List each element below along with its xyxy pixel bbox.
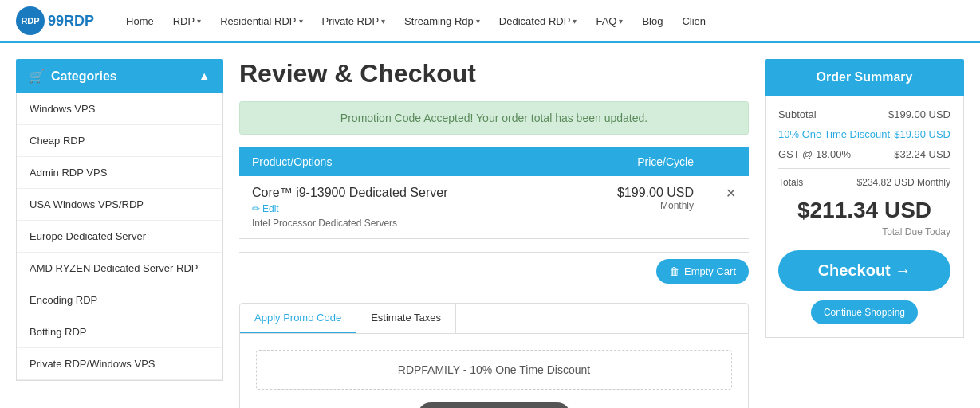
product-sub-label: Intel Processor Dedicated Servers bbox=[252, 218, 546, 229]
cart-item-row: Core™ i9-13900 Dedicated Server ✏ Edit I… bbox=[239, 176, 749, 239]
summary-divider bbox=[778, 168, 950, 169]
order-summary: Order Summary Subtotal $199.00 USD 10% O… bbox=[765, 59, 964, 408]
product-options-header: Product/Options bbox=[239, 147, 559, 176]
nav-client[interactable]: Clien bbox=[674, 10, 714, 32]
price-cycle-header: Price/Cycle bbox=[559, 147, 706, 176]
chevron-down-icon: ▾ bbox=[573, 17, 577, 26]
nav-private-rdp[interactable]: Private RDP ▾ bbox=[314, 10, 394, 32]
nav-streaming-rdp[interactable]: Streaming Rdp ▾ bbox=[396, 10, 488, 32]
nav-residential-rdp[interactable]: Residential RDP ▾ bbox=[212, 10, 310, 32]
chevron-down-icon: ▾ bbox=[299, 17, 303, 26]
sidebar-title: Categories bbox=[51, 69, 117, 84]
price-amount: $199.00 USD bbox=[572, 186, 694, 200]
sidebar-item-botting-rdp[interactable]: Botting RDP bbox=[17, 316, 222, 348]
chevron-up-icon: ▲ bbox=[198, 69, 211, 84]
chevron-down-icon: ▾ bbox=[619, 17, 623, 26]
discount-value: $19.90 USD bbox=[894, 128, 950, 140]
tabs-content: RDPFAMILY - 10% One Time Discount Remove… bbox=[240, 334, 748, 408]
remove-item-button[interactable]: ✕ bbox=[719, 186, 736, 200]
totals-value: $234.82 USD Monthly bbox=[857, 177, 950, 188]
price-cycle: Monthly bbox=[572, 200, 694, 211]
tabs-header: Apply Promo Code Estimate Taxes bbox=[240, 304, 748, 334]
sidebar-header: 🛒 Categories ▲ bbox=[16, 59, 223, 93]
logo[interactable]: RDP 99RDP bbox=[16, 6, 94, 35]
cart-table: Product/Options Price/Cycle Core™ i9-139… bbox=[239, 147, 749, 239]
subtotal-row: Subtotal $199.00 USD bbox=[778, 108, 950, 120]
sidebar-item-cheap-rdp[interactable]: Cheap RDP bbox=[17, 125, 222, 157]
checkout-button[interactable]: Checkout → bbox=[778, 250, 950, 291]
gst-row: GST @ 18.00% $32.24 USD bbox=[778, 148, 950, 160]
chevron-down-icon: ▾ bbox=[197, 17, 201, 26]
subtotal-value: $199.00 USD bbox=[888, 108, 950, 120]
totals-row: Totals $234.82 USD Monthly bbox=[778, 177, 950, 188]
subtotal-label: Subtotal bbox=[778, 108, 817, 120]
sidebar-item-amd-ryzen[interactable]: AMD RYZEN Dedicated Server RDP bbox=[17, 253, 222, 284]
remove-promo-button[interactable]: Remove Promotion Code bbox=[417, 402, 572, 408]
edit-link[interactable]: ✏ Edit bbox=[252, 203, 546, 214]
nav-home[interactable]: Home bbox=[118, 10, 162, 32]
nav-dedicated-rdp[interactable]: Dedicated RDP ▾ bbox=[491, 10, 585, 32]
gst-value: $32.24 USD bbox=[894, 148, 950, 160]
gst-label: GST @ 18.00% bbox=[778, 148, 851, 160]
promo-success-banner: Promotion Code Accepted! Your order tota… bbox=[239, 101, 749, 135]
nav-rdp[interactable]: RDP ▾ bbox=[165, 10, 209, 32]
chevron-down-icon: ▾ bbox=[476, 17, 480, 26]
sidebar-item-encoding-rdp[interactable]: Encoding RDP bbox=[17, 284, 222, 316]
total-due-label: Total Due Today bbox=[778, 226, 950, 237]
page-title: Review & Checkout bbox=[239, 59, 749, 88]
main-layout: 🛒 Categories ▲ Windows VPS Cheap RDP Adm… bbox=[0, 43, 980, 408]
discount-label: 10% One Time Discount bbox=[778, 128, 890, 140]
order-summary-header: Order Summary bbox=[765, 59, 964, 96]
cart-icon: 🛒 bbox=[29, 69, 45, 84]
sidebar-item-usa-vps[interactable]: USA Windows VPS/RDP bbox=[17, 189, 222, 221]
tabs-area: Apply Promo Code Estimate Taxes RDPFAMIL… bbox=[239, 303, 749, 408]
sidebar-item-windows-vps[interactable]: Windows VPS bbox=[17, 93, 222, 125]
trash-icon: 🗑 bbox=[669, 265, 679, 277]
logo-icon: RDP bbox=[16, 6, 45, 35]
nav-blog[interactable]: Blog bbox=[634, 10, 671, 32]
nav-faq[interactable]: FAQ ▾ bbox=[588, 10, 631, 32]
chevron-down-icon: ▾ bbox=[381, 17, 385, 26]
empty-cart-area: 🗑 Empty Cart bbox=[239, 252, 749, 290]
cart-item-price: $199.00 USD Monthly bbox=[559, 176, 706, 239]
top-navigation: RDP 99RDP Home RDP ▾ Residential RDP ▾ P… bbox=[0, 0, 980, 43]
remove-col-header bbox=[706, 147, 749, 176]
sidebar-item-admin-rdp[interactable]: Admin RDP VPS bbox=[17, 157, 222, 189]
edit-icon: ✏ bbox=[252, 203, 260, 214]
sidebar-items-list: Windows VPS Cheap RDP Admin RDP VPS USA … bbox=[16, 93, 223, 381]
cart-table-header-row: Product/Options Price/Cycle bbox=[239, 147, 749, 176]
total-due-amount: $211.34 USD bbox=[778, 198, 950, 223]
tab-estimate-taxes[interactable]: Estimate Taxes bbox=[356, 304, 456, 333]
product-name: Core™ i9-13900 Dedicated Server bbox=[252, 186, 546, 200]
nav-items: Home RDP ▾ Residential RDP ▾ Private RDP… bbox=[118, 10, 964, 32]
content-area: Review & Checkout Promotion Code Accepte… bbox=[239, 59, 749, 408]
continue-shopping-button[interactable]: Continue Shopping bbox=[811, 300, 918, 324]
cart-item-details: Core™ i9-13900 Dedicated Server ✏ Edit I… bbox=[239, 176, 559, 239]
promo-code-display: RDPFAMILY - 10% One Time Discount bbox=[256, 350, 732, 390]
logo-text: 99RDP bbox=[48, 13, 94, 29]
totals-label: Totals bbox=[778, 177, 803, 188]
sidebar-item-europe-dedicated[interactable]: Europe Dedicated Server bbox=[17, 221, 222, 253]
remove-item-cell: ✕ bbox=[706, 176, 749, 239]
empty-cart-button[interactable]: 🗑 Empty Cart bbox=[656, 259, 749, 284]
sidebar: 🛒 Categories ▲ Windows VPS Cheap RDP Adm… bbox=[16, 59, 223, 408]
tab-apply-promo[interactable]: Apply Promo Code bbox=[240, 304, 356, 333]
sidebar-item-private-rdp[interactable]: Private RDP/Windows VPS bbox=[17, 348, 222, 380]
discount-row: 10% One Time Discount $19.90 USD bbox=[778, 128, 950, 140]
order-summary-body: Subtotal $199.00 USD 10% One Time Discou… bbox=[765, 96, 964, 338]
